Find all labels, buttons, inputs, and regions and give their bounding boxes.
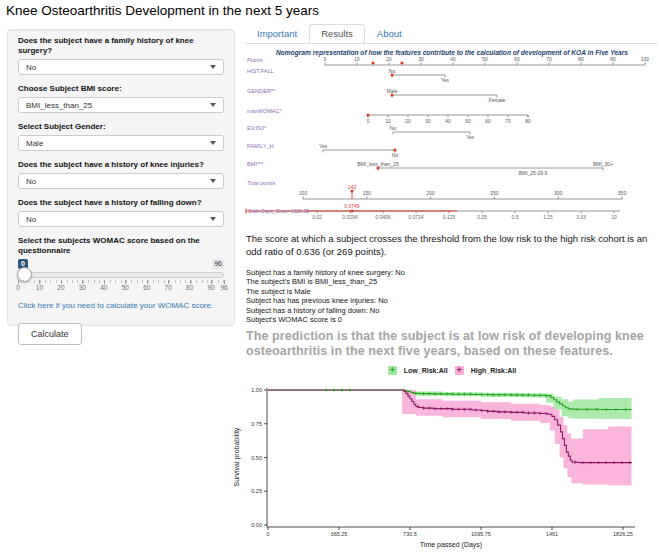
select-value: BMI_less_than_25 [26,101,92,110]
form-group-gender: Select Subject Gender:Male [18,122,224,151]
womac-calculator-link[interactable]: Click here if you need to calculate your… [18,301,224,310]
prediction-heading: The prediction is that the subject is at… [246,329,659,359]
slider-max-label: 96 [212,259,224,269]
legend-label: High_Risk:All [471,367,517,374]
caret-down-icon [210,103,216,107]
svg-text:20: 20 [386,57,392,62]
sidebar-panel: Does the subject have a family history o… [7,29,235,326]
form-group-family-history-surgery: Does the subject have a family history o… [18,36,224,75]
form-group-falling-down: Does the subject have a history of falli… [18,198,224,227]
svg-text:10: 10 [611,214,617,220]
survival-plot: 0.000.250.500.751.000365.25730.51095.751… [230,376,659,554]
svg-text:100: 100 [299,190,308,196]
svg-text:No: No [389,68,396,74]
select-value: No [26,215,36,224]
svg-text:Nomogram representation of how: Nomogram representation of how the featu… [276,49,628,57]
svg-text:60: 60 [514,57,520,62]
slider-tick-label: 70 [165,284,172,291]
feature-line: The subject's BMI is BMI_less_than_25 [246,277,405,286]
svg-text:EV.INJ*: EV.INJ* [247,125,267,131]
svg-text:0.0294: 0.0294 [342,214,358,220]
svg-text:Yes: Yes [466,134,475,140]
svg-text:1826.25: 1826.25 [613,531,633,537]
select-value: No [26,63,36,72]
svg-text:Total points: Total points [247,180,276,186]
legend-label: Low_Risk:All [404,367,448,374]
survival-legend: +Low_Risk:All+High_Risk:All [245,366,659,375]
slider-tick-label: 30 [79,284,86,291]
womac-slider-group: Select the subjects WOMAC score based on… [18,236,224,292]
tab-results[interactable]: Results [309,24,365,43]
svg-text:90: 90 [610,57,616,62]
select-falling-down[interactable]: No [18,211,224,227]
select-value: Male [26,139,43,148]
svg-text:10: 10 [354,57,360,62]
select-value: No [26,177,36,186]
svg-text:20: 20 [405,119,411,124]
svg-text:0.0714: 0.0714 [408,214,424,220]
slider-tick-label: 20 [57,284,64,291]
svg-text:HIST.FALL: HIST.FALL [247,68,274,74]
select-knee-injuries[interactable]: No [18,173,224,189]
svg-text:150: 150 [363,190,372,196]
legend-key-icon: + [388,366,397,375]
select-bmi-score[interactable]: BMI_less_than_25 [18,97,224,113]
slider-tick-label: 40 [100,284,107,291]
svg-text:0.0406: 0.0406 [375,214,391,220]
feature-line: Subject has a history of falling down: N… [246,306,405,315]
feature-summary: Subject has a family history of knee sur… [246,268,405,324]
svg-text:BMI***: BMI*** [247,161,264,167]
field-label-falling-down: Does the subject have a history of falli… [18,198,224,208]
svg-text:0.25: 0.25 [251,488,262,494]
caret-down-icon [210,179,216,183]
svg-text:Yes: Yes [319,143,328,149]
tab-about[interactable]: About [365,24,414,43]
svg-text:40: 40 [445,119,451,124]
field-label-bmi-score: Choose Subject BMI score: [18,84,224,94]
slider-grid: 010203040506070809096 [18,280,224,292]
legend-key-icon: + [455,366,464,375]
feature-line: The subject is Male [246,287,405,296]
svg-text:No: No [392,152,399,158]
select-gender[interactable]: Male [18,135,224,151]
threshold-text: The score at which a subject crosses the… [246,233,657,258]
svg-text:FAMILY_H: FAMILY_H [247,143,274,149]
tab-important[interactable]: Important [245,24,309,43]
svg-text:0.5: 0.5 [512,214,519,220]
plus-icon: + [457,366,462,375]
svg-text:0.00: 0.00 [251,522,262,528]
svg-text:0.50: 0.50 [251,455,262,461]
svg-text:730.5: 730.5 [403,531,417,537]
calculate-button[interactable]: Calculate [18,323,82,345]
slider-tick-label: 10 [36,284,43,291]
form-group-knee-injuries: Does the subject have a history of knee … [18,160,224,189]
caret-down-icon [210,141,216,145]
svg-text:30: 30 [425,119,431,124]
svg-text:BMI_30+: BMI_30+ [593,161,613,167]
svg-text:142: 142 [348,184,357,190]
feature-line: Subject has has previous knee injuries: … [246,296,405,305]
svg-text:0.02: 0.02 [312,214,322,220]
svg-text:Yes: Yes [441,77,450,83]
select-family-history-surgery[interactable]: No [18,59,224,75]
svg-text:0: 0 [324,57,327,62]
field-label-knee-injuries: Does the subject have a history of knee … [18,160,224,170]
slider-tick-label: 0 [16,284,20,291]
nomogram-plot: Nomogram representation of how the featu… [245,45,659,224]
slider-tick-label: 50 [122,284,129,291]
slider-tick-label: 96 [220,284,227,291]
svg-text:40: 40 [450,57,456,62]
svg-text:1.25: 1.25 [543,214,553,220]
caret-down-icon [210,217,216,221]
svg-text:30: 30 [418,57,424,62]
slider-track[interactable] [18,272,224,278]
field-label-gender: Select Subject Gender: [18,122,224,132]
womac-slider[interactable]: 0 96 010203040506070809096 [18,259,224,292]
svg-text:BMI_less_than_25: BMI_less_than_25 [357,161,399,167]
svg-text:250: 250 [490,190,499,196]
svg-text:70: 70 [546,57,552,62]
slider-tick-label: 60 [143,284,150,291]
svg-text:Points: Points [247,57,263,63]
svg-text:200: 200 [426,190,435,196]
slider-tick-label: 90 [208,284,215,291]
